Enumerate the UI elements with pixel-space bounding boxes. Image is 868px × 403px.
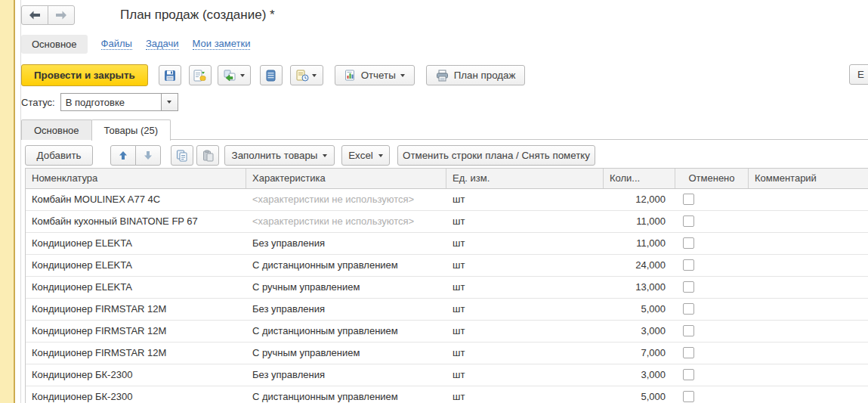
cell-nomenclature[interactable]: Кондиционер FIRMSTAR 12M — [26, 343, 246, 364]
column-header-nomenclature[interactable]: Номенклатура — [26, 169, 246, 188]
column-header-quantity[interactable]: Коли... — [604, 169, 675, 188]
cell-unit[interactable]: шт — [446, 255, 604, 276]
print-plan-button[interactable]: План продаж — [426, 65, 526, 85]
cell-nomenclature[interactable]: Кондиционер ELEKTA — [26, 233, 246, 254]
cell-characteristic[interactable]: С ручным управлением — [246, 343, 446, 364]
cell-nomenclature[interactable]: Кондиционер ELEKTA — [26, 255, 246, 276]
cell-nomenclature[interactable]: Комбайн кухонный BINATONE FP 67 — [26, 211, 246, 232]
cell-characteristic[interactable]: С дистанционным управлением — [246, 255, 446, 276]
cell-quantity[interactable]: 13,000 — [604, 277, 675, 298]
cell-quantity[interactable]: 3,000 — [604, 321, 675, 342]
navtab-tasks[interactable]: Задачи — [146, 38, 179, 50]
cell-unit[interactable]: шт — [446, 211, 604, 232]
more-button[interactable]: Е — [849, 64, 868, 85]
cell-unit[interactable]: шт — [446, 343, 604, 364]
registers-button[interactable] — [260, 65, 283, 85]
cell-comment[interactable] — [749, 321, 868, 342]
move-up-button[interactable] — [110, 145, 136, 166]
move-down-button[interactable] — [135, 145, 161, 166]
cell-unit[interactable]: шт — [446, 386, 604, 403]
cell-nomenclature[interactable]: Комбайн MOULINEX A77 4C — [26, 189, 246, 210]
table-row[interactable]: Кондиционер БК-2300 С дистанционным упра… — [26, 386, 868, 403]
cell-characteristic[interactable]: С дистанционным управлением — [246, 386, 446, 403]
table-row[interactable]: Кондиционер FIRMSTAR 12M С дистанционным… — [26, 321, 868, 343]
cell-comment[interactable] — [749, 343, 868, 364]
cell-quantity[interactable]: 7,000 — [604, 343, 675, 364]
cell-comment[interactable] — [749, 211, 868, 232]
navtab-notes[interactable]: Мои заметки — [193, 38, 251, 50]
save-button[interactable] — [159, 65, 181, 85]
cell-comment[interactable] — [749, 386, 868, 403]
cell-characteristic[interactable]: Без управления — [246, 299, 446, 320]
cell-quantity[interactable]: 5,000 — [604, 299, 675, 320]
table-row[interactable]: Кондиционер ELEKTA С дистанционным управ… — [26, 255, 868, 277]
status-dropdown-button[interactable] — [162, 93, 178, 111]
cancelled-checkbox[interactable] — [683, 303, 694, 315]
cell-characteristic[interactable]: <характеристики не используются> — [246, 189, 446, 210]
status-combobox[interactable]: В подготовке — [60, 93, 178, 111]
cell-unit[interactable]: шт — [446, 364, 604, 386]
cell-unit[interactable]: шт — [446, 233, 604, 254]
cell-comment[interactable] — [749, 299, 868, 320]
table-row[interactable]: Комбайн MOULINEX A77 4C <характеристики … — [26, 189, 868, 211]
post-document-button[interactable] — [189, 65, 212, 85]
navtab-files[interactable]: Файлы — [101, 38, 132, 50]
status-value[interactable]: В подготовке — [60, 93, 162, 111]
table-row[interactable]: Кондиционер ELEKTA Без управления шт 11,… — [26, 233, 868, 255]
tab-main[interactable]: Основное — [21, 119, 92, 140]
column-header-unit[interactable]: Ед. изм. — [446, 169, 604, 188]
cell-quantity[interactable]: 24,000 — [604, 255, 675, 276]
cancelled-checkbox[interactable] — [683, 391, 694, 402]
cell-unit[interactable]: шт — [446, 299, 604, 320]
column-header-characteristic[interactable]: Характеристика — [246, 169, 446, 188]
paste-row-button[interactable] — [196, 145, 219, 166]
excel-button[interactable]: Excel — [341, 145, 390, 166]
post-and-close-button[interactable]: Провести и закрыть — [21, 64, 148, 86]
cancelled-checkbox[interactable] — [683, 259, 694, 271]
cancelled-checkbox[interactable] — [683, 347, 694, 358]
table-row[interactable]: Кондиционер FIRMSTAR 12M С ручным управл… — [26, 343, 868, 364]
back-button[interactable] — [21, 5, 48, 25]
cell-quantity[interactable]: 3,000 — [604, 364, 675, 386]
cell-unit[interactable]: шт — [446, 189, 604, 210]
navtab-main[interactable]: Основное — [21, 35, 88, 54]
cell-quantity[interactable]: 5,000 — [604, 386, 675, 403]
reports-button[interactable]: Отчеты — [335, 65, 415, 85]
cancelled-checkbox[interactable] — [683, 237, 694, 249]
add-row-button[interactable]: Добавить — [25, 145, 93, 166]
cell-quantity[interactable]: 11,000 — [604, 233, 675, 254]
cancel-plan-rows-button[interactable]: Отменить строки плана / Снять пометку — [397, 145, 595, 166]
forward-button[interactable] — [48, 5, 75, 25]
cell-nomenclature[interactable]: Кондиционер БК-2300 — [26, 386, 246, 403]
cell-nomenclature[interactable]: Кондиционер ELEKTA — [26, 277, 246, 298]
cell-characteristic[interactable]: Без управления — [246, 233, 446, 254]
cell-nomenclature[interactable]: Кондиционер FIRMSTAR 12M — [26, 321, 246, 342]
table-row[interactable]: Кондиционер FIRMSTAR 12M Без управления … — [26, 299, 868, 321]
cell-characteristic[interactable]: С дистанционным управлением — [246, 321, 446, 342]
cell-nomenclature[interactable]: Кондиционер FIRMSTAR 12M — [26, 299, 246, 320]
cell-quantity[interactable]: 12,000 — [604, 189, 675, 210]
cell-characteristic[interactable]: С ручным управлением — [246, 277, 446, 298]
fill-goods-button[interactable]: Заполнить товары — [224, 145, 335, 166]
copy-row-button[interactable] — [171, 145, 193, 166]
cancelled-checkbox[interactable] — [683, 194, 694, 205]
cell-comment[interactable] — [749, 364, 868, 386]
cell-characteristic[interactable]: Без управления — [246, 364, 446, 386]
cell-nomenclature[interactable]: Кондиционер БК-2300 — [26, 364, 246, 386]
tab-goods[interactable]: Товары (25) — [91, 119, 171, 141]
cancelled-checkbox[interactable] — [683, 281, 694, 293]
table-row[interactable]: Комбайн кухонный BINATONE FP 67 <характе… — [26, 211, 868, 233]
cancelled-checkbox[interactable] — [683, 215, 694, 227]
cell-comment[interactable] — [749, 233, 868, 254]
cell-unit[interactable]: шт — [446, 277, 604, 298]
create-based-on-button[interactable] — [218, 65, 251, 85]
column-header-cancelled[interactable]: Отменено — [675, 169, 749, 188]
cancelled-checkbox[interactable] — [683, 369, 694, 380]
cell-comment[interactable] — [749, 255, 868, 276]
cell-comment[interactable] — [749, 277, 868, 298]
table-row[interactable]: Кондиционер БК-2300 Без управления шт 3,… — [26, 364, 868, 386]
cell-comment[interactable] — [749, 189, 868, 210]
cell-unit[interactable]: шт — [446, 321, 604, 342]
document-schedule-button[interactable] — [290, 65, 323, 85]
table-row[interactable]: Кондиционер ELEKTA С ручным управлением … — [26, 277, 868, 299]
